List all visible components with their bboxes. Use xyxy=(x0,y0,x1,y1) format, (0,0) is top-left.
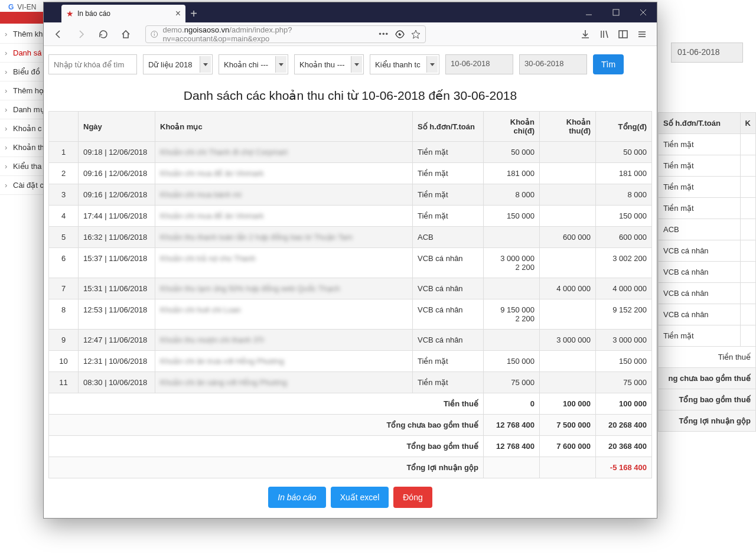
cell-item: Khoản chi mua đồ ăn Vinmark xyxy=(155,163,413,184)
table-row: 715:31 | 11/06/2018Khoản thu tạm ứng 50%… xyxy=(49,278,652,299)
cell-date: 12:47 | 11/06/2018 xyxy=(79,330,155,351)
bookmark-icon[interactable] xyxy=(411,30,421,39)
more-icon[interactable]: ••• xyxy=(379,30,389,38)
cell-idx: 6 xyxy=(49,248,79,278)
col-method: Số h.đơn/T.toán xyxy=(413,112,484,142)
cell-idx: 5 xyxy=(49,227,79,248)
search-input[interactable] xyxy=(48,54,137,74)
menu-icon[interactable] xyxy=(633,25,651,43)
cell-method: ACB xyxy=(413,227,484,248)
browser-window: ★ In báo cáo × + demo.ngoisaoso.vn/admin… xyxy=(43,2,657,519)
summary-chi xyxy=(484,457,540,478)
cell-total: 181 000 xyxy=(596,163,652,184)
bg-sidebar: Thêm khDanh sáBiểu đồThêm họDanh mụKhoản… xyxy=(0,25,46,195)
export-excel-button[interactable]: Xuất excel xyxy=(331,487,389,508)
summary-thu: 100 000 xyxy=(540,393,596,415)
cell-method: VCB cá nhân xyxy=(413,278,484,299)
cell-idx: 2 xyxy=(49,163,79,184)
action-row: In báo cáo Xuất excel Đóng xyxy=(48,487,652,508)
bg-summary: Tiền thuếng chưa bao gồm thuếTổng bao gồ… xyxy=(658,347,756,432)
cell-date: 17:44 | 11/06/2018 xyxy=(79,206,155,227)
back-button[interactable] xyxy=(50,25,67,43)
bg-date-from[interactable]: 01-06-2018 xyxy=(671,43,743,63)
summary-row: Tổng chưa bao gồm thuế12 768 4007 500 00… xyxy=(49,415,652,436)
cell-chi xyxy=(484,330,540,351)
bg-sidebar-item[interactable]: Kiểu tha xyxy=(0,157,46,176)
reload-button[interactable] xyxy=(94,25,112,43)
reader-icon[interactable] xyxy=(395,29,405,40)
forward-button[interactable] xyxy=(72,25,90,43)
star-icon: ★ xyxy=(66,9,74,18)
cell-method: VCB cá nhân xyxy=(413,330,484,351)
bg-sidebar-item[interactable]: Thêm kh xyxy=(0,25,46,44)
cell-item: Khoản chi huê chi Loan xyxy=(155,299,413,330)
col-thu: Khoản thu(đ) xyxy=(540,112,596,142)
summary-total: 20 368 400 xyxy=(596,436,652,457)
downloads-icon[interactable] xyxy=(576,25,594,43)
window-maximize-button[interactable] xyxy=(602,2,630,22)
bg-lang-toggle: G VI-EN xyxy=(8,3,36,11)
search-button[interactable]: Tìm xyxy=(593,54,624,74)
svg-point-6 xyxy=(154,32,155,32)
new-tab-button[interactable]: + xyxy=(185,5,202,22)
close-button[interactable]: Đóng xyxy=(393,487,432,508)
tab-bar: ★ In báo cáo × + xyxy=(44,2,657,22)
cell-thu xyxy=(540,372,596,393)
cell-chi: 8 000 xyxy=(484,184,540,206)
sidebar-icon[interactable] xyxy=(614,25,632,43)
report-title: Danh sách các khoản thu chi từ 10-06-201… xyxy=(48,89,652,103)
bg-sidebar-item[interactable]: Biểu đồ xyxy=(0,63,46,82)
cell-thu xyxy=(540,163,596,184)
library-icon[interactable] xyxy=(595,25,613,43)
cell-idx: 4 xyxy=(49,206,79,227)
cell-total: 75 000 xyxy=(596,372,652,393)
col-chi: Khoản chi(đ) xyxy=(484,112,540,142)
summary-thu: 7 500 000 xyxy=(540,415,596,436)
date-to-input[interactable]: 30-06-2018 xyxy=(519,54,587,74)
filter-row: Dữ liệu 2018 Khoản chi --- Khoản thu ---… xyxy=(48,54,652,74)
payment-select[interactable]: Kiểu thanh tc xyxy=(370,54,439,74)
bg-sidebar-item[interactable]: Khoản c xyxy=(0,119,46,138)
home-button[interactable] xyxy=(117,25,135,43)
print-button[interactable]: In báo cáo xyxy=(268,487,325,508)
year-select[interactable]: Dữ liệu 2018 xyxy=(143,54,213,74)
info-icon xyxy=(151,30,158,38)
tab-close-icon[interactable]: × xyxy=(175,8,181,19)
summary-label: Tổng bao gồm thuế xyxy=(49,436,484,457)
cell-item: Khoản chi trả nợ cho Thanh xyxy=(155,248,413,278)
url-bar[interactable]: demo.ngoisaoso.vn/admin/index.php?nv=acc… xyxy=(145,25,426,43)
bg-sidebar-item[interactable]: Thêm họ xyxy=(0,82,46,100)
cell-method: Tiền mặt xyxy=(413,206,484,227)
svg-rect-1 xyxy=(613,9,619,15)
window-close-button[interactable] xyxy=(630,2,657,22)
cell-method: Tiền mặt xyxy=(413,184,484,206)
cell-idx: 3 xyxy=(49,184,79,206)
cell-item: Khoản chi chi Thanh đi chợ Corpmart xyxy=(155,142,413,163)
bg-sidebar-item[interactable]: Danh sá xyxy=(0,44,46,63)
cell-thu: 4 000 000 xyxy=(540,278,596,299)
cell-item: Khoản thu thanh toán lần 2 hợp đồng bao … xyxy=(155,227,413,248)
cell-date: 09:16 | 12/06/2018 xyxy=(79,184,155,206)
url-text: demo.ngoisaoso.vn/admin/index.php?nv=acc… xyxy=(163,25,374,43)
thu-select[interactable]: Khoản thu --- xyxy=(294,54,364,74)
cell-idx: 10 xyxy=(49,351,79,372)
cell-total: 600 000 xyxy=(596,227,652,248)
cell-thu xyxy=(540,184,596,206)
cell-method: Tiền mặt xyxy=(413,142,484,163)
col-idx xyxy=(49,112,79,142)
bg-sidebar-item[interactable]: Khoản th xyxy=(0,138,46,157)
window-minimize-button[interactable] xyxy=(575,2,602,22)
cell-thu: 600 000 xyxy=(540,227,596,248)
summary-total: 20 268 400 xyxy=(596,415,652,436)
cell-total: 9 152 200 xyxy=(596,299,652,330)
chi-select[interactable]: Khoản chi --- xyxy=(219,54,288,74)
cell-total: 150 000 xyxy=(596,351,652,372)
table-row: 209:16 | 12/06/2018Khoản chi mua đồ ăn V… xyxy=(49,163,652,184)
tab-active[interactable]: ★ In báo cáo × xyxy=(61,5,185,22)
bg-sidebar-item[interactable]: Cài đặt c xyxy=(0,176,46,195)
table-row: 516:32 | 11/06/2018Khoản thu thanh toán … xyxy=(49,227,652,248)
date-from-input[interactable]: 10-06-2018 xyxy=(445,54,513,74)
bg-sidebar-item[interactable]: Danh mụ xyxy=(0,100,46,119)
cell-total: 50 000 xyxy=(596,142,652,163)
cell-date: 15:37 | 11/06/2018 xyxy=(79,248,155,278)
